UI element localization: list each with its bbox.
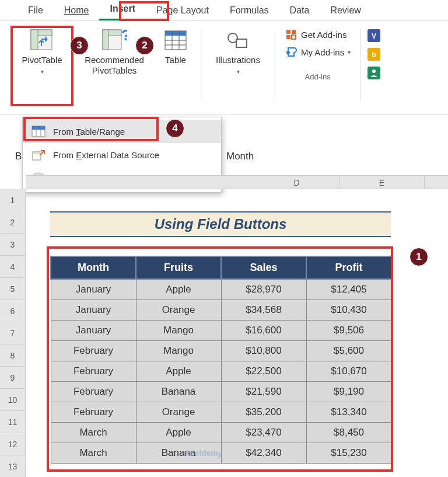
tab-review[interactable]: Review [320,2,371,20]
svg-rect-15 [286,30,290,34]
svg-text:?: ? [121,29,127,44]
sheet-title: Using Field Buttons [50,211,391,237]
external-source-icon [31,148,46,162]
table-icon [164,27,187,54]
my-addins-button[interactable]: My Add-ins ▾ [285,46,351,58]
row-header[interactable]: 2 [0,211,26,234]
right-icon-stack: V b [365,25,383,114]
svg-text:b: b [372,51,376,59]
svg-rect-5 [103,30,108,50]
row-header[interactable]: 4 [0,256,26,278]
addins-caption: Add-ins [305,72,331,81]
row-header[interactable]: 10 [0,389,26,411]
svg-point-19 [286,51,290,54]
chevron-down-icon: ▾ [237,68,240,75]
badge-1: 1 [410,248,428,266]
row-header[interactable]: 7 [0,322,26,344]
badge-4: 4 [166,119,184,138]
tab-file[interactable]: File [18,2,54,20]
visio-icon[interactable]: V [368,29,380,42]
people-icon[interactable] [368,67,380,79]
illustrations-icon [226,27,250,54]
svg-rect-16 [292,30,296,34]
annotation-data-range [47,246,393,472]
badge-3: 3 [70,36,89,55]
cell-ref-fragment: B [15,151,22,162]
row-header[interactable]: 12 [0,433,26,455]
row-header[interactable]: 9 [0,367,26,389]
watermark: exceldemy [181,448,223,458]
row-header[interactable]: 6 [0,300,26,322]
tab-formulas[interactable]: Formulas [219,2,279,20]
row-header[interactable]: 13 [0,455,26,477]
tab-data[interactable]: Data [279,2,320,20]
svg-rect-8 [165,31,186,36]
annotation-pivottable [10,26,74,106]
row-header[interactable]: 8 [0,344,26,367]
svg-rect-17 [286,35,290,39]
recommended-pivottables-icon: ? [102,27,127,54]
col-header[interactable]: D [254,176,340,189]
svg-rect-18 [292,35,296,39]
my-addins-icon [285,46,298,58]
get-addins-icon [285,28,298,41]
ribbon-tabs: File Home Insert Page Layout Formulas Da… [0,0,448,21]
col-header[interactable]: E [340,176,425,189]
annotation-from-table [23,117,159,141]
row-header[interactable]: 11 [0,411,26,433]
formula-bar-fragment: Month [226,151,254,162]
svg-rect-31 [33,152,41,154]
chevron-down-icon: ▾ [348,49,351,55]
annotation-insert-tab [119,1,169,21]
get-addins-button[interactable]: Get Add-ins [285,28,351,41]
table-button[interactable]: Table [155,25,196,114]
from-external-item[interactable]: From External Data Source [23,143,221,166]
row-headers: 1 2 3 4 5 6 7 8 9 10 11 12 13 [0,189,26,477]
addins-group: Get Add-ins My Add-ins ▾ [280,25,355,58]
bing-icon[interactable]: b [368,48,380,61]
row-header[interactable]: 5 [0,278,26,300]
svg-rect-14 [236,39,247,47]
svg-text:V: V [372,32,376,40]
row-header[interactable]: 1 [0,189,26,211]
row-header[interactable]: 3 [0,234,26,256]
badge-2: 2 [135,36,154,55]
column-headers: D E F [26,175,448,189]
worksheet[interactable]: Using Field Buttons Month Fruits Sales P… [26,189,448,237]
col-header[interactable]: F [425,176,448,189]
tab-home[interactable]: Home [54,2,100,20]
svg-point-25 [372,69,376,73]
illustrations-button[interactable]: Illustrations▾ [206,25,270,114]
